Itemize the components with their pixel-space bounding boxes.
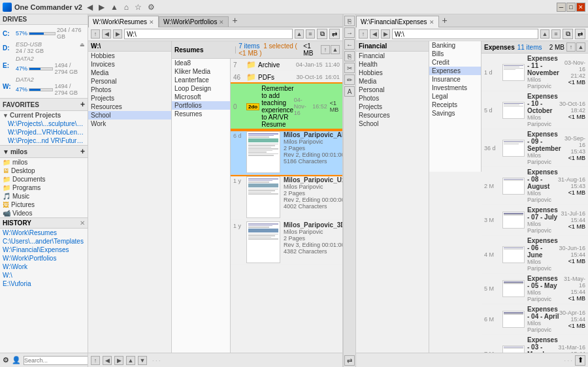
exp-item-09[interactable]: 36 d Expenses - 09 - September Milos Par… [482,129,588,167]
drive-d[interactable]: D: ESD-USB ⏏ 24 / 32 GB [0,40,88,55]
exp-item-10[interactable]: 5 d Expenses - 10 - October Milos Paripo… [482,91,588,129]
exp-sub-receipts[interactable]: Receipts [429,101,481,109]
right-nav-fwd[interactable]: ▶ [381,29,390,39]
fin-folder-personal[interactable]: Personal [356,86,429,94]
file-row-todo[interactable]: 0 2do Remember to add teaching experienc… [231,84,342,130]
tab-close-portfolios[interactable]: ✕ [219,19,224,25]
history-vuforia[interactable]: E:\Vuforia [0,279,88,288]
close-history-button[interactable]: ✕ [80,219,85,227]
tab-portfolios[interactable]: W:\Work\Portfolios ✕ [159,16,229,27]
right-nav-back[interactable]: ◀ [370,29,379,39]
folder-item-school[interactable]: School [88,111,171,120]
exp-sub-insurance[interactable]: Insurance [429,75,481,84]
fin-folder-media[interactable]: Media [356,77,429,86]
folder-item-invoices[interactable]: Invoices [88,60,171,69]
subfolder-microsoft[interactable]: Microsoft [172,93,230,101]
bottom-nav-up[interactable]: ↑ [91,356,100,365]
milos-item-milos[interactable]: 📁 milos [0,158,88,167]
drive-e[interactable]: E: DATA2 47% 1494 / 2794 GB [0,55,88,76]
tab-close-resumes[interactable]: ✕ [149,19,154,25]
subfolder-kliker[interactable]: Kliker Media [172,67,230,76]
right-sync-icon-btn[interactable]: ⇄ [575,29,585,39]
folder-item-hobbies[interactable]: Hobbies [88,52,171,60]
copy-up-btn[interactable]: ⬆ [575,355,585,366]
bottom-nav-fwd[interactable]: ▶ [114,356,123,365]
add-milos-button[interactable]: + [80,147,85,156]
rename-btn[interactable]: ✏ [344,74,355,85]
minimize-button[interactable]: ─ [557,3,566,12]
exp-item-06[interactable]: 4 M Expenses - 06 - June Milos Paripovic [482,236,588,274]
font-btn[interactable]: A [344,86,355,97]
sync-btn[interactable]: ⇄ [344,355,355,366]
folder-item-media[interactable]: Media [88,69,171,77]
maximize-button[interactable]: □ [566,3,576,12]
fin-folder-health[interactable]: Health [356,60,429,69]
view-button[interactable]: ≡ [306,29,315,39]
milos-item-desktop[interactable]: 🖥 Desktop [0,167,88,175]
folder-item-personal[interactable]: Personal [88,77,171,86]
fin-folder-school[interactable]: School [356,120,429,128]
file-row-ar-vr[interactable]: 6 d [231,130,342,175]
sidebar-search-input[interactable] [24,356,88,365]
file-row-3d[interactable]: 1 y [231,220,342,265]
exp-item-04[interactable]: 6 M Expenses - 04 - April Milos Paripovi… [482,304,588,335]
history-work[interactable]: W:\Work [0,263,88,271]
exp-item-05[interactable]: 5 M Expenses - 05 - May Milos Paripovic [482,274,588,304]
up-icon[interactable]: ▲ [108,2,120,12]
milos-item-documents[interactable]: 📁 Documents [0,175,88,184]
history-w[interactable]: W:\ [0,271,88,279]
exp-sub-savings[interactable]: Savings [429,109,481,118]
exp-item-07[interactable]: 3 M Expenses - 07 - July Milos Paripovic [482,205,588,236]
home-icon[interactable]: ⌂ [122,2,131,12]
history-templates[interactable]: C:\Users\...ander\Templates [0,237,88,246]
fin-folder-hobbies[interactable]: Hobbies [356,69,429,77]
path-input-left[interactable]: W:\ [124,29,293,39]
favorite-hololens[interactable]: W:\Projed...VR\HoloLens Draw [0,128,88,136]
tab-financial-expenses[interactable]: W:\Financial\Expenses ✕ [356,16,439,27]
tab-close-expenses[interactable]: ✕ [429,19,434,25]
panel-sort-btn[interactable]: ▲ [331,45,340,54]
subfolder-idea8[interactable]: Idea8 [172,59,230,67]
close-button[interactable]: ✕ [576,3,585,12]
milos-item-music[interactable]: 🎵 Music [0,192,88,200]
subfolder-leanterface[interactable]: Leanterface [172,76,230,84]
folder-item-photos[interactable]: Photos [88,86,171,94]
exp-up-btn[interactable]: ↑ [566,42,576,52]
tab-resumes[interactable]: W:\Work\Resumes ✕ [88,16,159,27]
right-view-btn[interactable]: ≡ [551,29,561,39]
history-portfolios[interactable]: W:\Work\Portfolios [0,254,88,263]
nav-forward-icon[interactable]: ▶ [97,2,106,12]
copy-icon-btn[interactable]: ⧉ [317,29,327,39]
exp-sub-credit[interactable]: Credit [429,58,481,67]
milos-item-videos[interactable]: 📹 Videos [0,209,88,217]
subfolder-resumes[interactable]: Resumes [172,110,230,118]
favorite-future-boy[interactable]: W:\Projec...nd VR\Future Boy [0,136,88,145]
exp-sort-btn[interactable]: ▲ [576,42,585,52]
favorites-group-current-projects[interactable]: ▼ Current Projects [0,111,88,120]
add-right-tab-button[interactable]: + [439,14,451,27]
panel-up-btn[interactable]: ↑ [321,45,330,54]
add-favorite-button[interactable]: + [80,100,85,109]
bottom-nav-sort-asc[interactable]: ▲ [126,356,135,365]
milos-item-pictures[interactable]: 🖼 Pictures [0,200,88,209]
settings-icon[interactable]: ⚙ [146,2,157,12]
right-sort-btn[interactable]: ▲ [540,29,549,39]
nav-back-btn[interactable]: ◀ [102,29,111,39]
nav-up-button[interactable]: ↑ [91,29,100,39]
fin-folder-resources[interactable]: Resources [356,111,429,120]
fin-folder-photos[interactable]: Photos [356,94,429,103]
path-input-right[interactable]: W:\ [392,29,538,39]
folder-item-work[interactable]: Work [88,120,171,128]
subfolder-loop[interactable]: Loop Design [172,84,230,93]
right-copy-icon-btn[interactable]: ⧉ [563,29,573,39]
copy-left-btn[interactable]: ← [344,39,355,50]
delete-btn[interactable]: ✂ [344,63,355,73]
sidebar-settings-icon[interactable]: ⚙ [3,356,9,364]
subfolder-portfolios[interactable]: Portfolios [172,101,230,110]
star-icon[interactable]: ☆ [133,2,144,12]
milos-item-programs[interactable]: 📁 Programs [0,184,88,192]
exp-item-03[interactable]: 7 M Expenses - 03 - March Milos Paripovi… [482,335,588,353]
bottom-nav-back[interactable]: ◀ [103,356,112,365]
exp-sub-legal[interactable]: Legal [429,92,481,101]
sync-icon-btn[interactable]: ⇄ [329,29,340,39]
